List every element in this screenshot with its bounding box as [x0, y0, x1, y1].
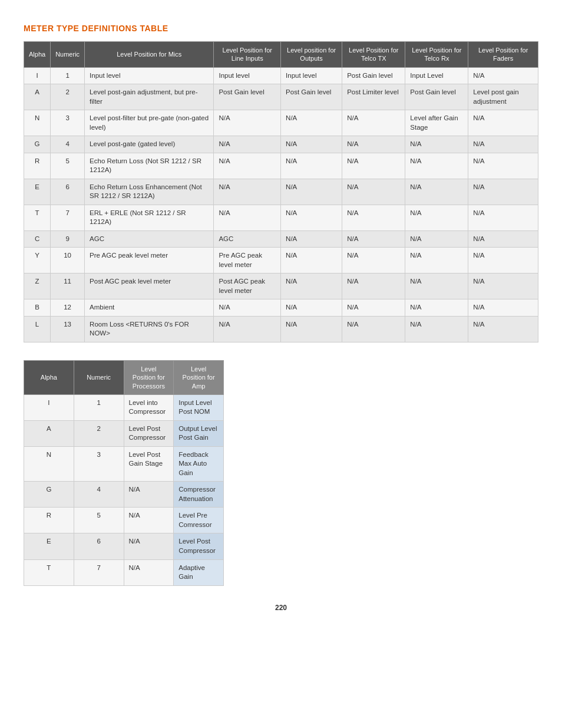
- alpha-cell: I: [24, 67, 51, 84]
- numeric-cell: 6: [51, 179, 85, 205]
- numeric-cell: 13: [51, 316, 85, 342]
- numeric-cell: 7: [74, 559, 124, 585]
- data-cell: Input level: [214, 67, 281, 84]
- numeric-cell: 3: [51, 110, 85, 136]
- alpha-cell: B: [24, 299, 51, 317]
- data-cell: N/A: [342, 299, 405, 317]
- data-cell: N/A: [214, 299, 281, 317]
- data-cell: N/A: [281, 274, 342, 299]
- numeric-cell: 2: [74, 420, 124, 446]
- data-cell: Post Limiter level: [342, 84, 405, 110]
- data-cell: N/A: [468, 110, 538, 136]
- table-row: B12AmbientN/AN/AN/AN/AN/A: [24, 299, 538, 317]
- data-cell: N/A: [342, 230, 405, 248]
- numeric-cell: 6: [74, 533, 124, 559]
- processor-cell: Level Post Compressor: [124, 420, 174, 446]
- data-cell: N/A: [405, 248, 468, 274]
- data-cell: N/A: [405, 179, 468, 205]
- data-cell: N/A: [281, 110, 342, 136]
- amp-cell: Compressor Attenuation: [174, 482, 224, 508]
- data-cell: AGC: [85, 230, 214, 248]
- data-cell: N/A: [468, 274, 538, 299]
- data-cell: N/A: [214, 110, 281, 136]
- data-cell: Level after Gain Stage: [405, 110, 468, 136]
- table-row: I1Input levelInput levelInput levelPost …: [24, 67, 538, 84]
- data-cell: N/A: [468, 153, 538, 179]
- alpha-cell: N: [24, 446, 74, 482]
- data-cell: N/A: [342, 274, 405, 299]
- data-cell: N/A: [342, 248, 405, 274]
- data-cell: Post Gain level: [281, 84, 342, 110]
- table-row: T7N/AAdaptive Gain: [24, 559, 224, 585]
- data-cell: Post Gain level: [342, 67, 405, 84]
- data-cell: N/A: [405, 274, 468, 299]
- numeric-cell: 4: [51, 136, 85, 153]
- data-cell: Post AGC peak level meter: [214, 274, 281, 299]
- data-cell: N/A: [281, 136, 342, 153]
- data-cell: Echo Return Loss (Not SR 1212 / SR 1212A…: [85, 153, 214, 179]
- data-cell: Post AGC peak level meter: [85, 274, 214, 299]
- main-table-wrapper: AlphaNumericLevel Position for MicsLevel…: [24, 41, 538, 342]
- page-number: 220: [24, 604, 538, 612]
- meter-definitions-table: AlphaNumericLevel Position for MicsLevel…: [24, 41, 538, 342]
- table-row: N3Level Post Gain StageFeedback Max Auto…: [24, 446, 224, 482]
- numeric-cell: 3: [74, 446, 124, 482]
- table-row: L13Room Loss <RETURNS 0's FOR NOW>N/AN/A…: [24, 316, 538, 342]
- processor-cell: N/A: [124, 533, 174, 559]
- data-cell: N/A: [405, 136, 468, 153]
- numeric-cell: 1: [51, 67, 85, 84]
- alpha-cell: Y: [24, 248, 51, 274]
- column-header: Numeric: [51, 42, 85, 68]
- data-cell: N/A: [281, 205, 342, 230]
- data-cell: N/A: [468, 299, 538, 317]
- data-cell: N/A: [405, 205, 468, 230]
- data-cell: Pre AGC peak level meter: [214, 248, 281, 274]
- amp-cell: Output Level Post Gain: [174, 420, 224, 446]
- data-cell: N/A: [468, 205, 538, 230]
- column-header: Numeric: [74, 360, 124, 394]
- numeric-cell: 12: [51, 299, 85, 317]
- data-cell: Level post gain adjustment: [468, 84, 538, 110]
- numeric-cell: 7: [51, 205, 85, 230]
- numeric-cell: 2: [51, 84, 85, 110]
- data-cell: Input level: [281, 67, 342, 84]
- table-row: N3Level post-filter but pre-gate (non-ga…: [24, 110, 538, 136]
- table-row: G4Level post-gate (gated level)N/AN/AN/A…: [24, 136, 538, 153]
- data-cell: Ambient: [85, 299, 214, 317]
- alpha-cell: R: [24, 153, 51, 179]
- alpha-cell: C: [24, 230, 51, 248]
- data-cell: N/A: [281, 248, 342, 274]
- table-row: E6N/ALevel Post Compressor: [24, 533, 224, 559]
- data-cell: N/A: [281, 179, 342, 205]
- column-header: Level Position for Faders: [468, 42, 538, 68]
- table-row: R5N/ALevel Pre Comressor: [24, 508, 224, 533]
- data-cell: N/A: [281, 316, 342, 342]
- alpha-cell: I: [24, 394, 74, 420]
- numeric-cell: 5: [51, 153, 85, 179]
- alpha-cell: G: [24, 136, 51, 153]
- numeric-cell: 9: [51, 230, 85, 248]
- column-header: Alpha: [24, 360, 74, 394]
- processor-amp-table: AlphaNumericLevel Position for Processor…: [24, 360, 224, 586]
- alpha-cell: T: [24, 559, 74, 585]
- data-cell: N/A: [342, 316, 405, 342]
- data-cell: N/A: [405, 299, 468, 317]
- column-header: Level Position for Telco TX: [342, 42, 405, 68]
- data-cell: N/A: [281, 230, 342, 248]
- second-table-wrapper: AlphaNumericLevel Position for Processor…: [24, 360, 538, 586]
- processor-cell: N/A: [124, 482, 174, 508]
- data-cell: N/A: [342, 179, 405, 205]
- table-row: T7ERL + ERLE (Not SR 1212 / SR 1212A)N/A…: [24, 205, 538, 230]
- data-cell: N/A: [281, 153, 342, 179]
- data-cell: N/A: [468, 136, 538, 153]
- data-cell: N/A: [405, 230, 468, 248]
- alpha-cell: N: [24, 110, 51, 136]
- data-cell: Level post-gate (gated level): [85, 136, 214, 153]
- alpha-cell: R: [24, 508, 74, 533]
- amp-cell: Level Pre Comressor: [174, 508, 224, 533]
- table-row: Y10Pre AGC peak level meterPre AGC peak …: [24, 248, 538, 274]
- processor-cell: N/A: [124, 508, 174, 533]
- data-cell: Post Gain level: [405, 84, 468, 110]
- table-row: Z11Post AGC peak level meterPost AGC pea…: [24, 274, 538, 299]
- alpha-cell: E: [24, 179, 51, 205]
